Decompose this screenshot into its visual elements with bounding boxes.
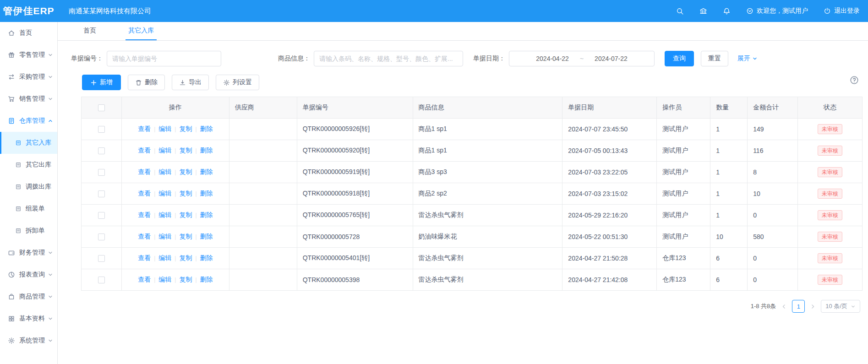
row-checkbox[interactable]: [98, 169, 105, 176]
cell-amount: 580: [748, 226, 798, 247]
action-link-2[interactable]: 复制: [179, 254, 192, 262]
cell-supplier: [229, 226, 297, 247]
row-checkbox[interactable]: [98, 147, 105, 154]
select-all-checkbox[interactable]: [98, 104, 105, 111]
submenu-item-disassembly-order[interactable]: 拆卸单: [0, 220, 57, 242]
column-settings-button[interactable]: 列设置: [216, 75, 259, 90]
action-link-0[interactable]: 查看: [138, 125, 151, 133]
action-link-2[interactable]: 复制: [179, 125, 192, 133]
date-range-picker[interactable]: 2024-04-22 ~ 2024-07-22: [509, 51, 655, 66]
sidebar-item-report[interactable]: 报表查询: [0, 264, 57, 286]
action-link-3[interactable]: 删除: [200, 125, 213, 133]
action-link-1[interactable]: 编辑: [158, 276, 171, 284]
action-link-1[interactable]: 编辑: [158, 211, 171, 219]
action-link-0[interactable]: 查看: [138, 233, 151, 241]
bill-no-input[interactable]: [107, 51, 221, 66]
welcome-user[interactable]: 欢迎您，测试用户: [746, 7, 808, 15]
status-badge: 未审核: [818, 232, 842, 242]
row-checkbox[interactable]: [98, 126, 105, 133]
cell-bill-no: QTRK00000005920[转]: [297, 140, 413, 161]
cell-qty-value: 1: [716, 168, 720, 176]
product-info-input[interactable]: [314, 51, 463, 66]
cell-amount: 0: [748, 248, 798, 269]
action-link-0[interactable]: 查看: [138, 190, 151, 198]
cell-product: 雷达杀虫气雾剂: [413, 248, 563, 269]
action-link-3[interactable]: 删除: [200, 254, 213, 262]
logout-button[interactable]: 退出登录: [824, 7, 860, 15]
add-button[interactable]: 新增: [82, 75, 121, 90]
action-separator: |: [154, 126, 155, 132]
action-link-2[interactable]: 复制: [179, 168, 192, 176]
sidebar-item-basic-data[interactable]: 基本资料: [0, 308, 57, 330]
action-link-0[interactable]: 查看: [138, 254, 151, 262]
page-size-select[interactable]: 10 条/页: [821, 300, 860, 313]
action-link-0[interactable]: 查看: [138, 276, 151, 284]
action-link-2[interactable]: 复制: [179, 211, 192, 219]
sidebar-item-product[interactable]: 商品管理: [0, 286, 57, 308]
action-link-1[interactable]: 编辑: [158, 125, 171, 133]
action-link-1[interactable]: 编辑: [158, 168, 171, 176]
cell-amount-value: 0: [753, 212, 757, 219]
action-separator: |: [195, 234, 197, 240]
action-link-1[interactable]: 编辑: [158, 254, 171, 262]
sidebar-item-retail[interactable]: 零售管理: [0, 44, 57, 66]
action-link-2[interactable]: 复制: [179, 190, 192, 198]
cell-date-value: 2024-07-05 00:13:43: [568, 147, 628, 154]
row-checkbox[interactable]: [98, 234, 105, 240]
row-checkbox[interactable]: [98, 190, 105, 197]
bank-icon[interactable]: [699, 7, 707, 15]
expand-link[interactable]: 展开: [737, 54, 758, 63]
export-button[interactable]: 导出: [172, 75, 209, 90]
status-badge: 未审核: [818, 167, 842, 177]
action-link-1[interactable]: 编辑: [158, 147, 171, 155]
sidebar-item-finance[interactable]: 财务管理: [0, 242, 57, 264]
sidebar-item-warehouse[interactable]: 仓库管理: [0, 110, 57, 132]
cell-amount: 149: [748, 119, 798, 140]
submenu-item-other-inbound[interactable]: 其它入库: [0, 132, 57, 154]
date-from[interactable]: 2024-04-22: [536, 55, 569, 62]
action-link-3[interactable]: 删除: [200, 211, 213, 219]
action-link-0[interactable]: 查看: [138, 211, 151, 219]
submenu-item-assembly-order[interactable]: 组装单: [0, 198, 57, 220]
query-button[interactable]: 查询: [665, 51, 694, 66]
bell-icon[interactable]: [723, 7, 731, 15]
sidebar-item-sales[interactable]: 销售管理: [0, 88, 57, 110]
page-size-value: 10 条/页: [825, 302, 847, 310]
action-link-3[interactable]: 删除: [200, 276, 213, 284]
chevron-left-icon[interactable]: [781, 304, 787, 310]
action-link-0[interactable]: 查看: [138, 168, 151, 176]
row-checkbox[interactable]: [98, 212, 105, 219]
reset-button[interactable]: 重置: [701, 51, 728, 66]
tab-home[interactable]: 首页: [81, 22, 99, 40]
chevron-right-icon[interactable]: [810, 304, 816, 310]
action-link-3[interactable]: 删除: [200, 147, 213, 155]
submenu-item-other-outbound[interactable]: 其它出库: [0, 154, 57, 176]
sidebar-item-home[interactable]: 首页: [0, 22, 57, 44]
action-link-2[interactable]: 复制: [179, 147, 192, 155]
product-info-label: 商品信息：: [278, 54, 310, 63]
row-checkbox[interactable]: [98, 277, 105, 283]
action-link-3[interactable]: 删除: [200, 168, 213, 176]
sidebar-item-system[interactable]: 系统管理: [0, 330, 57, 352]
row-checkbox[interactable]: [98, 255, 105, 262]
page-number-current[interactable]: 1: [792, 300, 805, 313]
date-to[interactable]: 2024-07-22: [595, 55, 628, 62]
action-link-1[interactable]: 编辑: [158, 190, 171, 198]
help-icon[interactable]: [850, 76, 859, 85]
cell-status: 未审核: [798, 248, 863, 269]
sidebar-item-label: 仓库管理: [19, 117, 45, 125]
submenu-item-transfer-outbound[interactable]: 调拨出库: [0, 176, 57, 198]
delete-button[interactable]: 删除: [128, 75, 165, 90]
action-link-1[interactable]: 编辑: [158, 233, 171, 241]
sidebar-item-purchase[interactable]: 采购管理: [0, 66, 57, 88]
tab-other-inbound[interactable]: 其它入库: [126, 22, 157, 40]
action-link-3[interactable]: 删除: [200, 233, 213, 241]
action-link-0[interactable]: 查看: [138, 147, 151, 155]
action-link-3[interactable]: 删除: [200, 190, 213, 198]
action-link-2[interactable]: 复制: [179, 233, 192, 241]
action-link-2[interactable]: 复制: [179, 276, 192, 284]
submenu-item-label: 其它入库: [26, 139, 51, 147]
search-icon[interactable]: [676, 7, 684, 15]
plus-icon: [90, 79, 97, 86]
header-cell-label: 单据编号: [303, 103, 328, 112]
